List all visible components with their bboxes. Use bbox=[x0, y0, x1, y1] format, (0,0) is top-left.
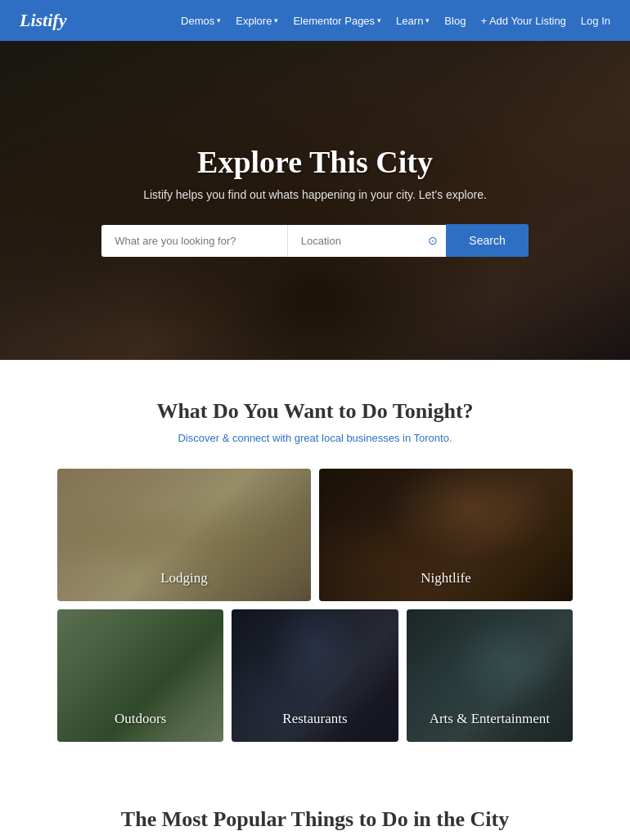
category-card-lodging[interactable]: Lodging bbox=[57, 469, 311, 601]
nav-item-learn[interactable]: Learn ▾ bbox=[396, 15, 430, 27]
site-logo[interactable]: Listify bbox=[20, 10, 66, 31]
nav-link-explore[interactable]: Explore ▾ bbox=[236, 15, 278, 27]
hero-title: Explore This City bbox=[101, 144, 528, 180]
restaurants-label: Restaurants bbox=[282, 711, 347, 727]
outdoors-label: Outdoors bbox=[115, 711, 166, 727]
nav-links: Demos ▾ Explore ▾ Elementor Pages ▾ Lear… bbox=[181, 15, 610, 27]
search-what-input[interactable] bbox=[101, 225, 287, 257]
nav-link-login[interactable]: Log In bbox=[581, 15, 610, 27]
nightlife-label: Nightlife bbox=[421, 570, 470, 586]
nav-item-elementor[interactable]: Elementor Pages ▾ bbox=[293, 15, 381, 27]
location-icon: ⊙ bbox=[428, 234, 438, 248]
category-card-nightlife[interactable]: Nightlife bbox=[319, 469, 573, 601]
popular-section: The Most Popular Things to Do in the Cit… bbox=[0, 775, 630, 840]
what-section: What Do You Want to Do Tonight? Discover… bbox=[0, 360, 630, 469]
nav-link-add-listing[interactable]: + Add Your Listing bbox=[480, 15, 565, 27]
hero-section: Explore This City Listify helps you find… bbox=[0, 41, 630, 360]
category-card-arts[interactable]: Arts & Entertainment bbox=[407, 609, 573, 742]
nav-item-blog[interactable]: Blog bbox=[444, 15, 466, 27]
nav-item-demos[interactable]: Demos ▾ bbox=[181, 15, 221, 27]
category-row-2: Outdoors Restaurants Arts & Entertainmen… bbox=[57, 609, 573, 742]
chevron-down-icon: ▾ bbox=[377, 16, 381, 25]
chevron-down-icon: ▾ bbox=[425, 16, 430, 25]
what-section-subtitle: Discover & connect with great local busi… bbox=[16, 432, 614, 444]
category-grid: Lodging Nightlife Outdoors Restaurants A… bbox=[0, 469, 630, 775]
lodging-label: Lodging bbox=[160, 570, 208, 586]
hero-content: Explore This City Listify helps you find… bbox=[85, 144, 544, 257]
nav-link-blog[interactable]: Blog bbox=[444, 15, 466, 27]
navbar: Listify Demos ▾ Explore ▾ Elementor Page… bbox=[0, 0, 630, 41]
search-location-input[interactable] bbox=[287, 225, 447, 257]
category-card-outdoors[interactable]: Outdoors bbox=[57, 609, 223, 742]
nav-link-demos[interactable]: Demos ▾ bbox=[181, 15, 221, 27]
chevron-down-icon: ▾ bbox=[217, 16, 221, 25]
what-section-title: What Do You Want to Do Tonight? bbox=[16, 399, 614, 424]
chevron-down-icon: ▾ bbox=[274, 16, 278, 25]
search-button[interactable]: Search bbox=[446, 224, 528, 257]
hero-subtitle: Listify helps you find out whats happeni… bbox=[101, 188, 528, 201]
nav-link-elementor[interactable]: Elementor Pages ▾ bbox=[293, 15, 381, 27]
nav-link-learn[interactable]: Learn ▾ bbox=[396, 15, 430, 27]
location-input-wrap: ⊙ bbox=[287, 225, 447, 257]
nav-item-add-listing[interactable]: + Add Your Listing bbox=[480, 15, 565, 27]
category-card-restaurants[interactable]: Restaurants bbox=[232, 609, 398, 742]
arts-label: Arts & Entertainment bbox=[430, 711, 550, 727]
nav-item-login[interactable]: Log In bbox=[581, 15, 610, 27]
popular-section-title: The Most Popular Things to Do in the Cit… bbox=[16, 807, 614, 832]
nav-item-explore[interactable]: Explore ▾ bbox=[236, 15, 278, 27]
hero-search-form: ⊙ Search bbox=[101, 224, 528, 257]
